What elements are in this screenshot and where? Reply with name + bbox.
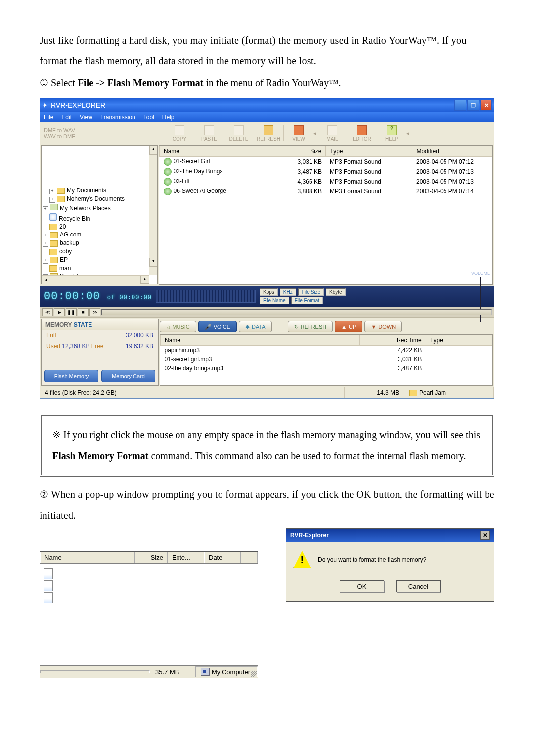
stop-button[interactable]: ■: [78, 308, 89, 316]
data-button[interactable]: ✱DATA: [239, 321, 272, 332]
folder-icon: [49, 224, 57, 230]
paragraph-intro: Just like formatting a hard disk, you ma…: [40, 30, 494, 71]
explorer-body[interactable]: [40, 564, 258, 665]
pause-button[interactable]: ❚❚: [66, 308, 77, 316]
memory-file-row[interactable]: 01-secret girl.mp33,031 KB: [161, 355, 492, 364]
file-icon[interactable]: [44, 568, 53, 579]
memory-file-row[interactable]: papichin.mp34,422 KB: [161, 346, 492, 355]
explorer-window: Name Size Exte... Date 35.7 MB My Comput…: [40, 551, 258, 678]
col-name[interactable]: Name: [160, 146, 279, 157]
expand-icon[interactable]: +: [43, 233, 48, 238]
tree-man[interactable]: man: [59, 265, 71, 272]
file-icon[interactable]: [44, 580, 53, 591]
close-button[interactable]: ✕: [480, 100, 492, 111]
file-row[interactable]: 01-Secret Girl3,031 KBMP3 Format Sound20…: [160, 157, 492, 167]
maximize-button[interactable]: ❐: [467, 100, 479, 111]
filter-button-row: ♫MUSIC 🎤VOICE ✱DATA ↻REFRESH ▲UP ▼DOWN: [160, 319, 493, 334]
tree-ep[interactable]: EP: [60, 256, 68, 263]
menu-file[interactable]: File: [44, 114, 53, 121]
ok-button[interactable]: OK: [340, 580, 384, 592]
col2-type[interactable]: Type: [426, 335, 492, 346]
expand-icon[interactable]: +: [49, 197, 55, 203]
menu-help[interactable]: Help: [162, 114, 175, 121]
tree-nohemy-documents[interactable]: Nohemy's Documents: [67, 195, 125, 202]
progress-track[interactable]: [101, 309, 492, 315]
tool-mail[interactable]: MAIL: [317, 125, 347, 142]
titlebar: ✦ RVR-EXPLORER _ ❐ ✕: [40, 98, 494, 112]
view-icon: [294, 125, 304, 135]
file-row[interactable]: 03-Lift4,365 KBMP3 Format Sound2003-04-0…: [160, 177, 492, 187]
file-name: 02-The Day Brings: [174, 168, 223, 175]
voice-button[interactable]: 🎤VOICE: [198, 321, 237, 332]
tool-help-label: HELP: [385, 136, 398, 142]
expand-icon[interactable]: +: [43, 241, 48, 247]
folder-tree[interactable]: +My Documents +Nohemy's Documents +My Ne…: [41, 145, 158, 284]
menu-view[interactable]: View: [80, 114, 92, 121]
menu-tool[interactable]: Tool: [143, 114, 154, 121]
dialog-close-button[interactable]: ✕: [480, 531, 490, 540]
tool-dmf-to-wav[interactable]: DMF to WAV: [44, 127, 75, 133]
mem-free-value: 19,632 KB: [126, 343, 153, 350]
expand-icon[interactable]: +: [49, 189, 55, 194]
resize-grip[interactable]: [251, 671, 257, 677]
tool-delete[interactable]: DELETE: [224, 125, 254, 142]
file-row[interactable]: 06-Sweet Al George3,808 KBMP3 Format Sou…: [160, 187, 492, 196]
tool-copy[interactable]: COPY: [165, 125, 194, 142]
rvr-explorer-window: ✦ RVR-EXPLORER _ ❐ ✕ File Edit View Tran…: [40, 98, 494, 399]
tree-ag-com[interactable]: AG.com: [60, 231, 81, 238]
tree-recycle-bin[interactable]: Recycle Bin: [59, 215, 90, 222]
col2-name[interactable]: Name: [161, 335, 360, 346]
tree-backup[interactable]: backup: [60, 239, 79, 246]
tool-paste-label: PASTE: [201, 136, 217, 142]
time-display: 00:00:00 of 00:00:00: [44, 290, 152, 303]
flash-memory-button[interactable]: Flash Memory: [44, 370, 98, 382]
file-row[interactable]: 02-The Day Brings3,487 KBMP3 Format Soun…: [160, 167, 492, 177]
memory-card-button[interactable]: Memory Card: [101, 370, 155, 382]
exp-col-date[interactable]: Date: [204, 552, 241, 563]
down-button[interactable]: ▼DOWN: [364, 321, 402, 332]
tree-scrollbar-horizontal[interactable]: ◂▸: [42, 275, 149, 284]
col-type[interactable]: Type: [326, 146, 412, 157]
expand-icon[interactable]: +: [43, 206, 48, 212]
memory-file-list[interactable]: Name Rec Time Type papichin.mp34,422 KB …: [160, 334, 493, 386]
exp-col-scroll[interactable]: [241, 552, 258, 563]
file-list[interactable]: Name Size Type Modified 01-Secret Girl3,…: [159, 145, 493, 285]
col2-rec-time[interactable]: Rec Time: [359, 335, 426, 346]
tool-refresh[interactable]: REFRESH: [254, 125, 283, 142]
tool-editor[interactable]: EDITOR: [347, 125, 377, 142]
exp-col-name[interactable]: Name: [40, 552, 135, 563]
exp-col-size[interactable]: Size: [135, 552, 168, 563]
tool-help[interactable]: ?HELP: [377, 125, 406, 142]
tool-view[interactable]: VIEW: [284, 125, 313, 142]
file-type: MP3 Format Sound: [326, 157, 412, 167]
file-size: 4,365 KB: [279, 177, 326, 187]
file-icon[interactable]: [44, 592, 53, 603]
memory-file-row[interactable]: 02-the day brings.mp33,487 KB: [161, 364, 492, 373]
tree-20[interactable]: 20: [59, 223, 66, 230]
prev-button[interactable]: ≪: [42, 308, 53, 316]
menu-edit[interactable]: Edit: [61, 114, 72, 121]
tool-paste[interactable]: PASTE: [194, 125, 224, 142]
music-button[interactable]: ♫MUSIC: [160, 321, 196, 332]
exp-col-ext[interactable]: Exte...: [168, 552, 204, 563]
up-button[interactable]: ▲UP: [335, 321, 362, 332]
menu-transmission[interactable]: Transmission: [100, 114, 135, 121]
mail-icon: [327, 125, 337, 135]
folder-icon: [49, 265, 57, 272]
play-button[interactable]: ▶: [54, 308, 65, 316]
col-size[interactable]: Size: [279, 146, 326, 157]
tree-scrollbar-vertical[interactable]: ▴▾: [149, 146, 157, 275]
tree-my-documents[interactable]: My Documents: [67, 187, 106, 194]
tool-wav-to-dmf[interactable]: WAV to DMF: [44, 133, 75, 139]
status-files: 4 files (Disk Free: 24.2 GB): [40, 387, 345, 398]
next-button[interactable]: ≫: [89, 308, 100, 316]
col-modified[interactable]: Modified: [412, 146, 492, 157]
cancel-button[interactable]: Cancel: [396, 580, 441, 592]
note-bold: Flash Memory Format: [52, 450, 148, 461]
tree-coby[interactable]: coby: [59, 248, 72, 255]
refresh-button[interactable]: ↻REFRESH: [288, 321, 333, 332]
minimize-button[interactable]: _: [454, 100, 466, 111]
volume-slider[interactable]: [480, 277, 481, 322]
tree-network-places[interactable]: My Network Places: [60, 205, 111, 212]
expand-icon[interactable]: +: [43, 258, 48, 264]
